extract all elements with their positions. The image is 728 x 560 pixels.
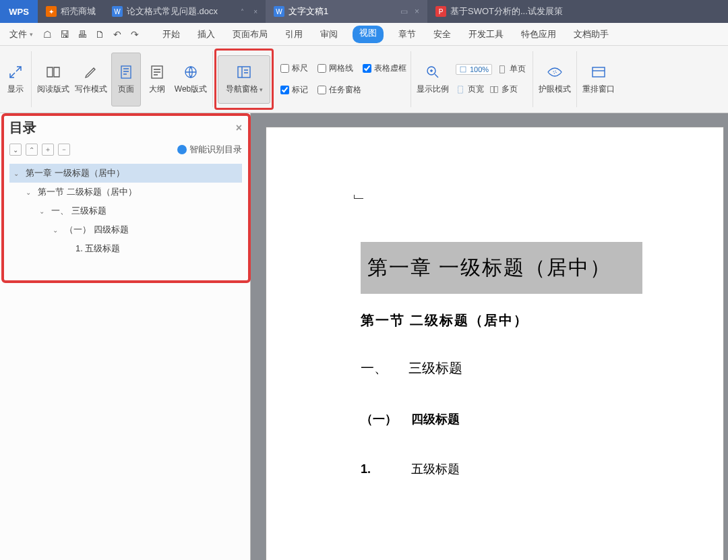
remove-icon[interactable]: － xyxy=(58,144,70,156)
svg-rect-6 xyxy=(500,65,505,73)
fullscreen-button[interactable]: 显示 xyxy=(4,53,27,106)
heading-5[interactable]: 1. 五级标题 xyxy=(361,461,642,477)
ruler-label: 标尺 xyxy=(292,63,308,74)
tab-doc1[interactable]: W 论文格式常见问题.docx ˄ × xyxy=(104,0,266,23)
heading-3[interactable]: 一、 三级标题 xyxy=(361,359,642,377)
outline-tree: ⌄第一章 一级标题（居中） ⌄第一节 二级标题（居中） ⌄一、 三级标题 ⌄（一… xyxy=(9,164,242,258)
rearrange-button[interactable]: 重排窗口 xyxy=(581,53,616,106)
layout-icon xyxy=(589,63,608,81)
document-canvas[interactable]: 第一章 一级标题（居中） 第一节 二级标题（居中） 一、 三级标题 （一） 四级… xyxy=(251,113,728,560)
file-menu[interactable]: 文件 xyxy=(4,26,38,43)
tab-label: 稻壳商城 xyxy=(61,5,96,18)
eye-protect-label: 护眼模式 xyxy=(539,84,571,95)
svg-rect-11 xyxy=(593,67,605,77)
menu-tab-assistant[interactable]: 文档助手 xyxy=(571,26,611,43)
expand-all-icon[interactable]: ⌃ xyxy=(26,144,38,156)
print-icon[interactable]: 🖶 xyxy=(75,27,90,42)
menu-tab-layout[interactable]: 页面布局 xyxy=(230,26,270,43)
menu-tab-chapter[interactable]: 章节 xyxy=(396,26,419,43)
preview-icon[interactable]: 🗋 xyxy=(92,27,107,42)
tab-store[interactable]: ✦ 稻壳商城 xyxy=(38,0,104,23)
heading-2[interactable]: 第一节 二级标题（居中） xyxy=(361,311,642,330)
read-mode-button[interactable]: 阅读版式 xyxy=(36,53,71,106)
menu-tab-review[interactable]: 审阅 xyxy=(317,26,340,43)
outline-button[interactable]: 大纲 xyxy=(144,53,171,106)
close-icon[interactable]: × xyxy=(236,122,242,134)
menu-tab-special[interactable]: 特色应用 xyxy=(518,26,559,43)
page-width-button[interactable]: 页宽 xyxy=(456,82,484,97)
navigation-pane: 目录 × ⌄ ⌃ ＋ － 智能识别目录 ⌄第一章 一级标题（居中） ⌄第一节 二… xyxy=(0,113,251,560)
close-icon[interactable]: × xyxy=(415,7,419,16)
magnifier-icon xyxy=(423,63,442,81)
save-icon[interactable]: 🖫 xyxy=(57,27,72,42)
fullscreen-label: 显示 xyxy=(7,84,24,95)
redo-icon[interactable]: ↷ xyxy=(127,27,142,42)
tree-item[interactable]: ⌄一、 三级标题 xyxy=(9,201,242,220)
smart-detect-button[interactable]: 智能识别目录 xyxy=(177,144,242,156)
taskpane-checkbox[interactable]: 任务窗格 xyxy=(317,83,361,98)
add-icon[interactable]: ＋ xyxy=(42,144,54,156)
chevron-down-icon: ⌄ xyxy=(53,226,61,234)
chevron-up-icon[interactable]: ˄ xyxy=(241,8,244,15)
ai-icon xyxy=(177,145,187,154)
chevron-down-icon: ⌄ xyxy=(26,189,34,196)
open-icon[interactable]: ☖ xyxy=(40,27,55,42)
single-page-button[interactable]: 单页 xyxy=(497,62,526,77)
page-view-button[interactable]: 页面 xyxy=(111,53,141,106)
multi-page-button[interactable]: 多页 xyxy=(489,82,518,97)
svg-rect-9 xyxy=(495,86,498,92)
tablevirt-label: 表格虚框 xyxy=(374,63,406,74)
window-tabbar: WPS ✦ 稻壳商城 W 论文格式常见问题.docx ˄ × W 文字文稿1 ▭… xyxy=(0,0,728,23)
gridlines-checkbox[interactable]: 网格线 xyxy=(317,61,353,76)
heading-1[interactable]: 第一章 一级标题（居中） xyxy=(361,242,642,294)
menu-tab-start[interactable]: 开始 xyxy=(160,26,183,43)
page-icon xyxy=(117,63,135,81)
marks-label: 标记 xyxy=(292,84,308,96)
fullscreen-icon xyxy=(6,63,25,81)
web-view-button[interactable]: Web版式 xyxy=(173,53,208,106)
heading-4-num: （一） xyxy=(361,411,408,427)
tree-item[interactable]: ⌄第一节 二级标题（居中） xyxy=(9,183,242,201)
tablevirt-checkbox[interactable]: 表格虚框 xyxy=(363,61,406,76)
heading-5-num: 1. xyxy=(361,462,408,476)
tree-item[interactable]: ⌄第一章 一级标题（居中） xyxy=(9,164,242,183)
tree-item[interactable]: 1. 五级标题 xyxy=(9,239,242,258)
window-icon[interactable]: ▭ xyxy=(400,7,408,16)
fire-icon: ✦ xyxy=(46,6,57,17)
web-label: Web版式 xyxy=(175,84,207,95)
write-mode-button[interactable]: 写作模式 xyxy=(73,53,109,106)
marks-checkbox[interactable]: 标记 xyxy=(280,83,308,98)
ruler-checkbox[interactable]: 标尺 xyxy=(280,61,308,76)
tab-wps[interactable]: WPS xyxy=(0,0,38,23)
zoom-value-text: 100% xyxy=(470,65,489,73)
tree-item[interactable]: ⌄（一） 四级标题 xyxy=(9,220,242,239)
menu-tab-reference[interactable]: 引用 xyxy=(282,26,305,43)
book-icon xyxy=(44,63,63,81)
undo-icon[interactable]: ↶ xyxy=(110,27,125,42)
tree-item-label: 1. 五级标题 xyxy=(75,243,120,255)
nav-pane-button[interactable]: 导航窗格 xyxy=(218,55,270,104)
tab-label: 论文格式常见问题.docx xyxy=(127,5,218,18)
menu-tabs: 开始 插入 页面布局 引用 审阅 视图 章节 安全 开发工具 特色应用 文档助手 xyxy=(160,26,611,43)
tab-doc3[interactable]: P 基于SWOT分析的...试发展策 xyxy=(427,0,571,23)
word-icon: W xyxy=(274,6,284,17)
heading-3-num: 一、 xyxy=(361,359,405,377)
word-icon: W xyxy=(112,6,123,17)
chevron-down-icon: ⌄ xyxy=(39,208,47,215)
tab-doc2[interactable]: W 文字文稿1 ▭ × xyxy=(266,0,427,23)
menu-tab-insert[interactable]: 插入 xyxy=(195,26,218,43)
tab-label: 文字文稿1 xyxy=(289,5,328,18)
page-width-label: 页宽 xyxy=(468,84,484,95)
navpane-title: 目录 xyxy=(9,119,36,137)
close-icon[interactable]: × xyxy=(253,8,257,15)
zoom-ratio-button[interactable]: 显示比例 xyxy=(415,53,450,106)
zoom-value[interactable]: 100% xyxy=(456,64,492,75)
zoom-ratio-label: 显示比例 xyxy=(417,84,449,95)
menu-tab-devtools[interactable]: 开发工具 xyxy=(466,26,506,43)
collapse-all-icon[interactable]: ⌄ xyxy=(9,144,22,156)
heading-4[interactable]: （一） 四级标题 xyxy=(361,411,642,427)
page-label: 页面 xyxy=(118,84,134,95)
eye-protect-button[interactable]: 护眼模式 xyxy=(537,53,572,106)
menu-tab-view[interactable]: 视图 xyxy=(353,26,384,43)
menu-tab-security[interactable]: 安全 xyxy=(431,26,454,43)
